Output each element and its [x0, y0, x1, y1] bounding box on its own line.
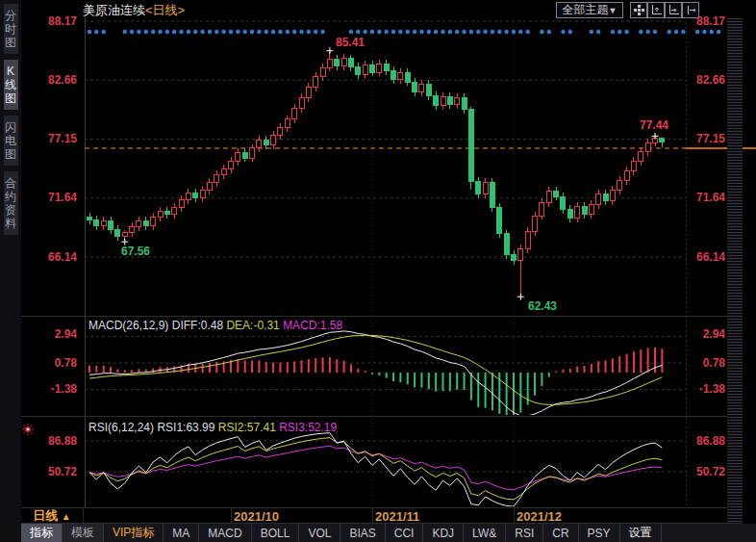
- rsi-axis-right: 86.88: [691, 434, 725, 448]
- macd-axis-left: 2.94: [35, 327, 77, 341]
- macd-axis-left: -1.38: [35, 382, 77, 396]
- macd-axis-right: -1.38: [691, 382, 725, 396]
- early-low-price-label: 67.56: [121, 245, 150, 258]
- axis-label-right: 66.14: [691, 250, 725, 264]
- timeline-row: 日线 ▲ 2021/10 2021/11 2021/12: [21, 507, 727, 524]
- toolbar-lwr[interactable]: LW&: [464, 524, 506, 542]
- rsi3-value: RSI3:52.19: [279, 421, 337, 434]
- macd-header: MACD(26,12,9) DIFF:0.48 DEA:-0.31 MACD:1…: [88, 319, 342, 332]
- period-label: 日线: [33, 508, 58, 523]
- price-mark-layer: [121, 47, 658, 300]
- price-scale-strip[interactable]: [727, 18, 743, 523]
- axis-label-left: 66.14: [35, 250, 77, 264]
- macd-diff-value: DIFF:0.48: [172, 319, 223, 332]
- toolbar-vip-indicators[interactable]: VIP指标: [104, 524, 164, 542]
- toolbar-kdj[interactable]: KDJ: [423, 524, 464, 542]
- alert-icon[interactable]: [22, 422, 34, 433]
- date-label: 2021/10: [234, 509, 279, 524]
- caret-up-icon: ▲: [62, 511, 71, 522]
- toolbar-psy[interactable]: PSY: [579, 524, 620, 542]
- candlestick-layer: [88, 51, 665, 297]
- low-price-label: 62.43: [528, 299, 557, 313]
- date-tick: [231, 508, 232, 523]
- axis-label-right: 71.64: [691, 191, 725, 204]
- axis-label-right: 88.17: [691, 14, 725, 28]
- current-price-label: 77.44: [640, 118, 668, 132]
- signal-dots-layer: [88, 30, 721, 34]
- rsi-axis-left: 86.88: [35, 434, 77, 448]
- date-label: 2021/11: [375, 509, 419, 524]
- date-tick: [372, 508, 373, 523]
- rsi-axis-left: 50.72: [35, 465, 77, 478]
- period-selector[interactable]: 日线 ▲: [21, 508, 84, 523]
- toolbar-cr[interactable]: CR: [543, 524, 578, 542]
- rsi-layer: [89, 433, 662, 506]
- toolbar-tab-templates[interactable]: 模板: [63, 524, 104, 542]
- toolbar-ma[interactable]: MA: [164, 524, 199, 542]
- macd-value: MACD:1.58: [283, 319, 342, 332]
- toolbar-bias[interactable]: BIAS: [340, 524, 385, 542]
- high-price-label: 85.41: [336, 36, 365, 49]
- macd-axis-right: 2.94: [691, 327, 725, 341]
- kline-app: 分时图 K线图 闪电图 合约资料 美原油连续<日线> 全部主题▼: [0, 0, 756, 542]
- date-label: 2021/12: [517, 509, 562, 524]
- rsi1-value: RSI1:63.99: [157, 421, 214, 434]
- macd-params: MACD(26,12,9): [88, 319, 168, 332]
- toolbar-rsi[interactable]: RSI: [506, 524, 543, 542]
- axis-label-right: 82.66: [691, 73, 725, 87]
- axis-label-left: 71.64: [35, 191, 77, 204]
- axis-label-right: 77.15: [691, 132, 725, 145]
- rsi-header: RSI(6,12,24) RSI1:63.99 RSI2:57.41 RSI3:…: [88, 421, 337, 434]
- toolbar-boll[interactable]: BOLL: [252, 524, 300, 542]
- toolbar-settings[interactable]: 设置: [620, 524, 662, 542]
- macd-axis-left: 0.78: [35, 356, 77, 370]
- toolbar-macd[interactable]: MACD: [199, 524, 251, 542]
- axis-label-left: 82.66: [35, 73, 77, 87]
- indicator-toolbar: 指标 模板 VIP指标 MA MACD BOLL VOL BIAS CCI KD…: [21, 524, 756, 542]
- axis-label-left: 77.15: [35, 132, 77, 145]
- toolbar-tab-indicators[interactable]: 指标: [21, 524, 63, 542]
- macd-dea-value: DEA:-0.31: [226, 319, 279, 332]
- macd-layer: [89, 331, 662, 417]
- date-tick: [514, 508, 515, 523]
- macd-axis-right: 0.78: [691, 356, 725, 370]
- toolbar-cci[interactable]: CCI: [386, 524, 424, 542]
- toolbar-vol[interactable]: VOL: [299, 524, 340, 542]
- chart-canvas[interactable]: [0, 0, 756, 542]
- rsi-params: RSI(6,12,24): [88, 421, 154, 434]
- axis-label-left: 88.17: [35, 14, 77, 28]
- rsi-axis-right: 50.72: [691, 465, 725, 478]
- rsi2-value: RSI2:57.41: [218, 421, 276, 434]
